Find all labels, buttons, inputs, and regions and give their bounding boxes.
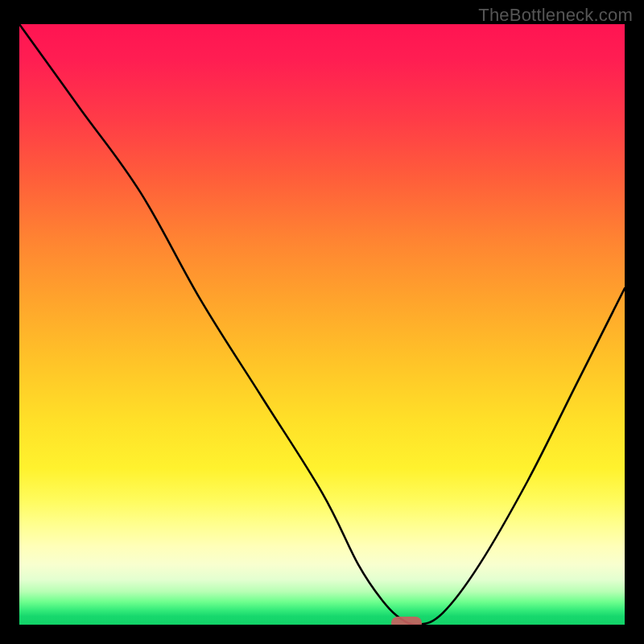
watermark-text: TheBottleneck.com — [478, 5, 633, 26]
chart-container: TheBottleneck.com — [0, 0, 644, 644]
bottleneck-curve — [19, 24, 625, 625]
plot-area — [19, 24, 625, 625]
minimum-marker — [391, 617, 422, 625]
